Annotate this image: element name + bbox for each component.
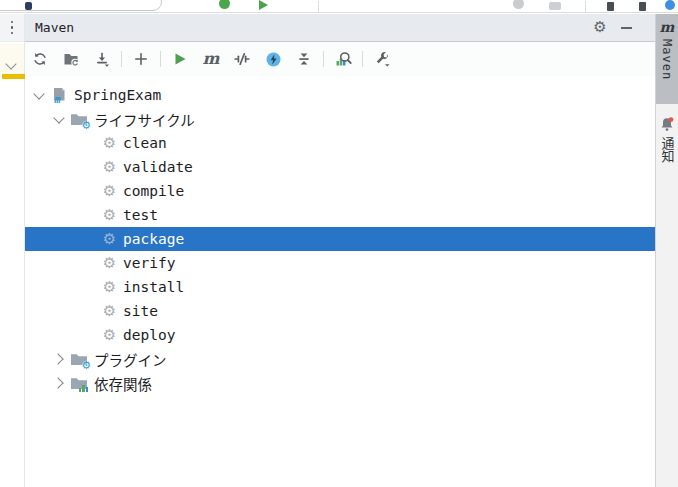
chevron-down-icon[interactable] (53, 113, 65, 125)
tree-item-lifecycle[interactable]: ⚙ ライフサイクル (25, 107, 655, 131)
panel-minimize-button[interactable] (613, 17, 639, 39)
bell-icon (659, 117, 675, 132)
tree-item-label: deploy (123, 327, 175, 343)
svg-text:m: m (54, 94, 61, 104)
refresh-icon (32, 51, 48, 67)
tree-item-label: compile (123, 183, 184, 199)
tree-item-site[interactable]: ⚙ site (25, 299, 655, 323)
maven-tool-window-screenshot: Maven ⚙ (0, 0, 678, 487)
chevron-right-icon[interactable] (53, 377, 65, 389)
maven-module-icon: m (50, 87, 68, 103)
blue-gear-overlay-icon: ⚙ (81, 360, 91, 371)
chevron-right-icon[interactable] (53, 353, 65, 365)
download-sources-button[interactable] (89, 47, 115, 71)
run-build-button[interactable] (167, 47, 193, 71)
generate-sources-button[interactable] (58, 47, 84, 71)
toggle-offline-mode-button[interactable] (260, 47, 286, 71)
tree-item-label: プラグイン (94, 349, 167, 370)
dependencies-folder-icon (70, 375, 88, 391)
tree-item-label: install (123, 279, 184, 295)
lifecycle-folder-icon: ⚙ (70, 111, 88, 127)
gray-circle-icon[interactable] (513, 0, 524, 9)
add-maven-project-button[interactable] (128, 47, 154, 71)
bar-chart-overlay-icon (79, 385, 89, 392)
goal-gear-icon: ⚙ (101, 136, 118, 151)
dark-icon[interactable] (607, 2, 614, 11)
green-run-icon[interactable] (259, 0, 268, 10)
fold-chevron-down-icon[interactable] (7, 60, 16, 69)
tool-tab-maven-active[interactable]: m Maven (656, 14, 678, 104)
collapse-all-button[interactable] (291, 47, 317, 71)
goal-gear-icon: ⚙ (101, 304, 118, 319)
tree-item-compile[interactable]: ⚙ compile (25, 179, 655, 203)
minimize-icon (621, 27, 632, 29)
tree-item-label: SpringExam (74, 87, 161, 103)
tree-item-plugins[interactable]: ⚙ プラグイン (25, 347, 655, 371)
green-circle-icon[interactable] (219, 0, 230, 9)
tree-item-test[interactable]: ⚙ test (25, 203, 655, 227)
maven-toolbar: m (25, 42, 655, 76)
tool-tab-label: 通知 (658, 137, 677, 163)
toolbar-divider (160, 51, 161, 67)
top-cutoff-toolbar (0, 0, 678, 13)
tree-item-label: test (123, 207, 158, 223)
collapse-all-icon (296, 51, 312, 67)
maven-m-logo-icon: m (660, 19, 675, 35)
tree-item-springexam[interactable]: m SpringExam (25, 83, 655, 107)
blue-gear-overlay-icon: ⚙ (81, 120, 91, 131)
tree-item-package-selected[interactable]: ⚙ package (25, 227, 655, 251)
tree-item-label: 依存関係 (94, 373, 152, 394)
plugins-folder-icon: ⚙ (70, 351, 88, 367)
execute-maven-goal-button[interactable]: m (198, 47, 224, 71)
tree-item-label: site (123, 303, 158, 319)
toolbar-divider (121, 51, 122, 67)
tree-item-clean[interactable]: ⚙ clean (25, 131, 655, 155)
toggle-skip-tests-button[interactable] (229, 47, 255, 71)
tree-item-label: validate (123, 159, 193, 175)
tree-item-deploy[interactable]: ⚙ deploy (25, 323, 655, 347)
wrench-icon (374, 51, 391, 68)
tool-tab-notifications[interactable]: 通知 (656, 104, 678, 163)
tree-item-validate[interactable]: ⚙ validate (25, 155, 655, 179)
goal-gear-icon: ⚙ (101, 280, 118, 295)
toolbar-divider (585, 1, 586, 12)
panel-title: Maven (35, 20, 587, 35)
analyzer-magnifier-icon (335, 51, 352, 68)
tree-item-label: package (123, 231, 184, 247)
dependency-analyzer-button[interactable] (330, 47, 356, 71)
maven-project-tree: m SpringExam ⚙ ライフサイクル ⚙ clean (25, 76, 655, 395)
toolbar-divider (362, 51, 363, 67)
blue-icon[interactable] (665, 0, 675, 10)
maven-m-icon: m (203, 51, 220, 67)
tree-item-label: ライフサイクル (94, 109, 195, 130)
maven-settings-button[interactable] (369, 47, 395, 71)
tool-window-drag-handle[interactable] (0, 14, 24, 42)
chevron-down-icon[interactable] (33, 89, 45, 101)
goal-gear-icon: ⚙ (101, 208, 118, 223)
toolbar-divider (323, 51, 324, 67)
run-icon (172, 51, 188, 67)
vertical-dots-icon (11, 21, 14, 35)
reload-maven-projects-button[interactable] (27, 47, 53, 71)
toolbar-divider (318, 1, 319, 12)
goal-gear-icon: ⚙ (101, 232, 118, 247)
tree-item-dependencies[interactable]: 依存関係 (25, 371, 655, 395)
goal-gear-icon: ⚙ (101, 328, 118, 343)
download-icon (94, 51, 110, 67)
maven-panel: Maven ⚙ (25, 14, 655, 487)
goal-gear-icon: ⚙ (101, 184, 118, 199)
gear-icon: ⚙ (593, 20, 606, 35)
plus-icon (133, 51, 149, 67)
skip-tests-icon (234, 51, 250, 67)
offline-lightning-icon (265, 51, 282, 68)
yellow-marker-bar (2, 74, 25, 79)
editor-gutter-sliver (0, 14, 25, 487)
dark-icon[interactable] (639, 2, 646, 11)
folder-sync-icon (63, 51, 79, 67)
tool-tab-label: Maven (660, 39, 674, 80)
gray-pill-icon[interactable] (549, 2, 561, 10)
panel-settings-button[interactable]: ⚙ (587, 17, 613, 39)
tree-item-verify[interactable]: ⚙ verify (25, 251, 655, 275)
tree-item-install[interactable]: ⚙ install (25, 275, 655, 299)
favicon-icon (25, 2, 32, 10)
